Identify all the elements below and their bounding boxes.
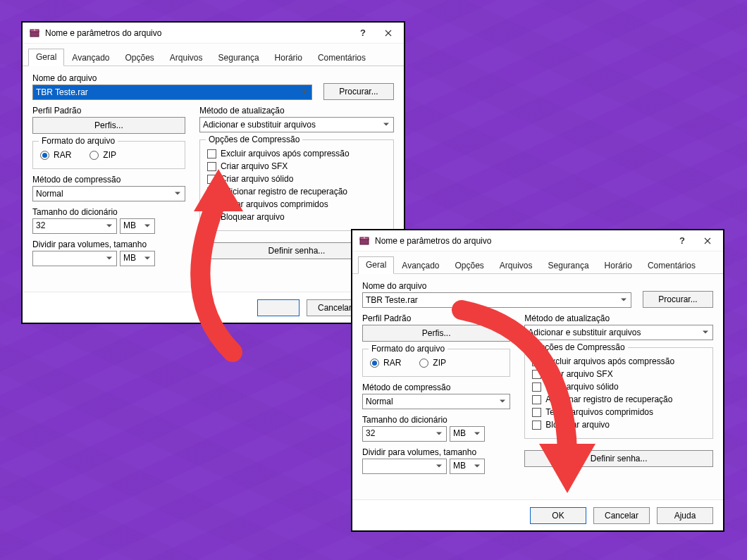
browse-button[interactable]: Procurar... [323, 83, 394, 100]
browse-button[interactable]: Procurar... [643, 291, 713, 308]
titlebar[interactable]: Nome e parâmetros do arquivo ? [352, 230, 723, 251]
check-bloquear[interactable]: Bloquear arquivo [532, 420, 705, 430]
check-solido[interactable]: Criar arquivo sólido [207, 174, 386, 184]
method-select[interactable]: Normal [32, 186, 185, 201]
update-label: Método de atualização [524, 313, 713, 323]
radio-zip[interactable]: ZIP [89, 150, 116, 160]
checkbox-icon [207, 175, 216, 184]
update-label: Método de atualização [199, 106, 394, 116]
titlebar[interactable]: Nome e parâmetros do arquivo ? [23, 23, 404, 44]
close-icon[interactable] [695, 231, 720, 251]
tab-seguranca[interactable]: Segurança [541, 257, 597, 274]
filename-label: Nome do arquivo [32, 73, 312, 83]
check-testar[interactable]: Testar arquivos comprimidos [207, 199, 386, 209]
format-group: Formato do arquivo RAR ZIP [362, 349, 510, 377]
split-label: Dividir para volumes, tamanho [32, 239, 185, 249]
check-excluir[interactable]: Excluir arquivos após compressão [532, 356, 705, 366]
filename-input[interactable]: TBR Teste.rar [362, 292, 631, 308]
checkbox-icon [207, 200, 216, 209]
help-button[interactable]: Ajuda [657, 507, 713, 524]
checkbox-icon [532, 370, 541, 379]
svg-rect-7 [364, 237, 365, 239]
window-title: Nome e parâmetros do arquivo [375, 236, 669, 246]
profile-label: Perfil Padrão [32, 106, 185, 116]
compression-legend: Opções de Compressão [206, 135, 302, 144]
radio-zip[interactable]: ZIP [419, 358, 446, 368]
check-recuperacao[interactable]: Adicionar registro de recuperação [207, 187, 386, 197]
dialog-footer: Cancelar A [23, 292, 404, 323]
check-testar[interactable]: Testar arquivos comprimidos [532, 407, 705, 417]
split-value-select[interactable] [32, 251, 117, 266]
tab-seguranca[interactable]: Segurança [211, 49, 267, 66]
check-bloquear[interactable]: Bloquear arquivo [207, 212, 386, 222]
radio-rar[interactable]: RAR [370, 358, 401, 368]
svg-rect-2 [34, 29, 35, 31]
checkbox-icon [532, 395, 541, 404]
ok-button-partial[interactable] [257, 299, 300, 316]
check-excluir[interactable]: Excluir arquivos após compressão [207, 149, 386, 158]
close-icon[interactable] [376, 23, 401, 43]
filename-label: Nome do arquivo [362, 281, 631, 291]
compression-options-group: Opções de Compressão Excluir arquivos ap… [524, 347, 713, 439]
tab-comentarios[interactable]: Comentários [310, 49, 374, 66]
app-icon [28, 27, 41, 39]
tab-opcoes[interactable]: Opções [447, 257, 492, 274]
update-select[interactable]: Adicionar e substituir arquivos [524, 325, 713, 340]
check-sfx[interactable]: Criar arquivo SFX [207, 161, 386, 171]
tab-geral[interactable]: Geral [28, 49, 64, 66]
radio-rar[interactable]: RAR [40, 150, 71, 160]
tabstrip: Geral Avançado Opções Arquivos Segurança… [23, 44, 404, 66]
method-select[interactable]: Normal [362, 394, 510, 409]
split-value-select[interactable] [362, 459, 447, 474]
profiles-button[interactable]: Perfis... [362, 325, 510, 342]
password-button[interactable]: Definir senha... [524, 450, 713, 467]
checkbox-icon [207, 187, 216, 197]
format-legend: Formato do arquivo [39, 136, 118, 146]
help-icon[interactable]: ? [669, 231, 695, 251]
compression-options-group: Opções de Compressão Excluir arquivos ap… [199, 139, 394, 231]
checkbox-icon [532, 382, 541, 392]
tab-avancado[interactable]: Avançado [64, 49, 117, 66]
radio-dot-icon [89, 151, 99, 160]
update-select[interactable]: Adicionar e substituir arquivos [199, 117, 394, 132]
dialog-2: Nome e parâmetros do arquivo ? Geral Ava… [351, 229, 724, 532]
split-unit-select[interactable]: MB [450, 459, 485, 474]
tab-horario[interactable]: Horário [267, 49, 310, 66]
tab-arquivos[interactable]: Arquivos [492, 257, 541, 274]
filename-input[interactable]: TBR Teste.rar [32, 85, 312, 100]
dict-label: Tamanho do dicionário [32, 207, 185, 217]
checkbox-icon [532, 421, 541, 430]
tab-comentarios[interactable]: Comentários [640, 257, 703, 274]
tab-arquivos[interactable]: Arquivos [162, 49, 211, 66]
tab-geral[interactable]: Geral [358, 256, 394, 274]
dict-value-select[interactable]: 32 [32, 218, 117, 234]
split-unit-select[interactable]: MB [120, 251, 155, 266]
tab-avancado[interactable]: Avançado [394, 257, 447, 274]
dict-value-select[interactable]: 32 [362, 426, 447, 442]
method-label: Método de compressão [32, 175, 185, 185]
check-sfx[interactable]: Criar arquivo SFX [532, 369, 705, 379]
compression-legend: Opções de Compressão [531, 342, 627, 352]
split-label: Dividir para volumes, tamanho [362, 447, 510, 457]
profiles-button[interactable]: Perfis... [32, 117, 185, 134]
dict-unit-select[interactable]: MB [120, 218, 155, 234]
format-group: Formato do arquivo RAR ZIP [32, 141, 185, 169]
tab-body-geral: Nome do arquivo TBR Teste.rar Procurar..… [352, 274, 723, 478]
radio-dot-icon [370, 359, 379, 368]
check-solido[interactable]: Criar arquivo sólido [532, 382, 705, 392]
format-legend: Formato do arquivo [369, 344, 447, 354]
check-recuperacao[interactable]: Adicionar registro de recuperação [532, 394, 705, 404]
tabstrip: Geral Avançado Opções Arquivos Segurança… [352, 251, 723, 274]
tab-horario[interactable]: Horário [597, 257, 640, 274]
cancel-button[interactable]: Cancelar [593, 507, 650, 524]
method-label: Método de compressão [362, 382, 510, 392]
tab-opcoes[interactable]: Opções [118, 49, 162, 66]
app-icon [358, 235, 371, 247]
radio-dot-icon [40, 151, 49, 160]
dict-label: Tamanho do dicionário [362, 415, 510, 425]
profile-label: Perfil Padrão [362, 313, 510, 323]
help-icon[interactable]: ? [350, 23, 376, 43]
ok-button[interactable]: OK [530, 507, 586, 524]
dict-unit-select[interactable]: MB [450, 426, 485, 442]
checkbox-icon [532, 408, 541, 417]
